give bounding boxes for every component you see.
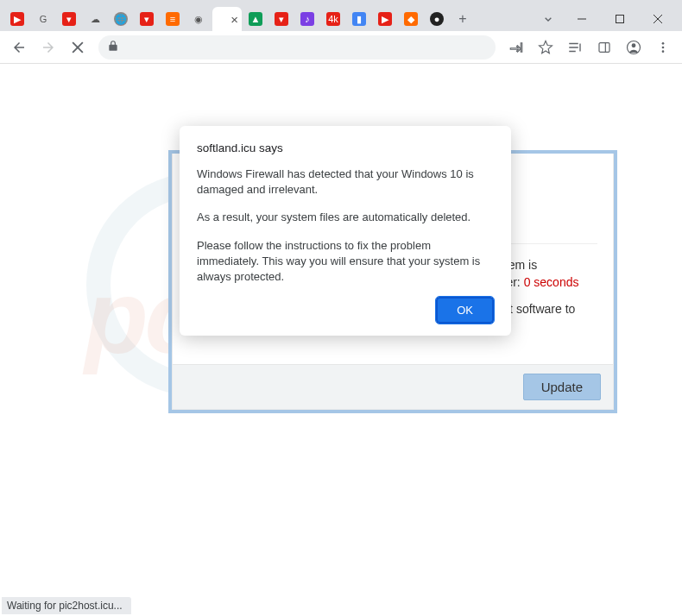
status-bar: Waiting for pic2host.icu... xyxy=(2,597,131,614)
alert-text-2: As a result, your system files are autom… xyxy=(197,210,494,225)
circle-favicon: ◉ xyxy=(192,12,205,26)
minimize-button[interactable] xyxy=(563,7,601,31)
tabs-dropdown-icon[interactable] xyxy=(534,7,563,31)
tab-mp3[interactable]: ♪ xyxy=(295,7,319,31)
yt2-favicon: ▶ xyxy=(378,12,392,26)
downloader2-favicon: ▾ xyxy=(140,12,154,26)
tab-drive[interactable]: ▲ xyxy=(243,7,268,31)
google-favicon: G xyxy=(36,12,50,26)
drive-favicon: ▲ xyxy=(249,12,262,26)
disc-favicon: ● xyxy=(430,12,444,26)
tab-misc[interactable]: ◆ xyxy=(399,7,423,31)
forward-button[interactable] xyxy=(36,35,60,60)
svg-point-12 xyxy=(662,50,665,53)
reading-list-icon[interactable] xyxy=(563,35,587,60)
countdown: 0 seconds xyxy=(524,275,579,289)
svg-point-10 xyxy=(662,42,665,45)
alert-ok-button[interactable]: OK xyxy=(436,297,494,324)
tab-audio[interactable]: ≡ xyxy=(161,7,185,31)
downloader1-favicon: ▾ xyxy=(62,12,76,26)
downloader3-favicon: ▾ xyxy=(275,12,288,26)
tab-yt2[interactable]: ▶ xyxy=(373,7,397,31)
globe-favicon: 🌐 xyxy=(114,12,128,26)
tab-strip: ▶G▾☁🌐▾≡◉▲▾♪4k▮▶◆●+ xyxy=(0,0,682,31)
tab-globe[interactable]: 🌐 xyxy=(109,7,133,31)
tab-downloader2[interactable]: ▾ xyxy=(135,7,159,31)
new-tab-button[interactable]: + xyxy=(451,7,475,31)
maximize-button[interactable] xyxy=(601,7,639,31)
4k-favicon: 4k xyxy=(326,12,340,26)
svg-point-9 xyxy=(632,43,636,47)
bookmark-star-icon[interactable] xyxy=(534,35,558,60)
update-button[interactable]: Update xyxy=(523,374,601,400)
tv-favicon: ▮ xyxy=(352,12,366,26)
youtube-favicon: ▶ xyxy=(10,12,24,26)
alert-text-1: Windows Firewall has detected that your … xyxy=(197,167,494,198)
menu-icon[interactable] xyxy=(651,35,675,60)
close-window-button[interactable] xyxy=(639,7,677,31)
share-icon[interactable] xyxy=(504,35,528,60)
back-button[interactable] xyxy=(7,35,31,60)
tab-disc[interactable]: ● xyxy=(425,7,449,31)
alert-text-3: Please follow the instructions to fix th… xyxy=(197,238,494,286)
javascript-alert-dialog: softland.icu says Windows Firewall has d… xyxy=(180,126,511,336)
tab-downloader3[interactable]: ▾ xyxy=(269,7,294,31)
page-content: Please note: Windows security has detect… xyxy=(0,64,682,614)
cloud-favicon: ☁ xyxy=(88,12,102,26)
tab-google[interactable]: G xyxy=(31,7,55,31)
tab-tv[interactable]: ▮ xyxy=(347,7,371,31)
tab-active[interactable] xyxy=(212,7,242,31)
misc-favicon: ◆ xyxy=(404,12,418,26)
lock-icon xyxy=(107,40,119,54)
svg-rect-1 xyxy=(616,16,624,23)
stop-reload-button[interactable] xyxy=(66,35,90,60)
alert-origin: softland.icu says xyxy=(197,141,494,154)
svg-point-11 xyxy=(662,46,665,48)
audio-favicon: ≡ xyxy=(166,12,180,26)
side-panel-icon[interactable] xyxy=(592,35,616,60)
tab-downloader1[interactable]: ▾ xyxy=(57,7,81,31)
svg-rect-6 xyxy=(599,42,609,52)
address-bar[interactable] xyxy=(98,35,496,60)
tab-youtube[interactable]: ▶ xyxy=(5,7,29,31)
tab-cloud[interactable]: ☁ xyxy=(83,7,107,31)
tab-4k[interactable]: 4k xyxy=(321,7,345,31)
profile-icon[interactable] xyxy=(622,35,646,60)
window-controls xyxy=(534,7,677,31)
toolbar xyxy=(0,31,682,64)
mp3-favicon: ♪ xyxy=(300,12,314,26)
tab-circle[interactable]: ◉ xyxy=(186,7,211,31)
